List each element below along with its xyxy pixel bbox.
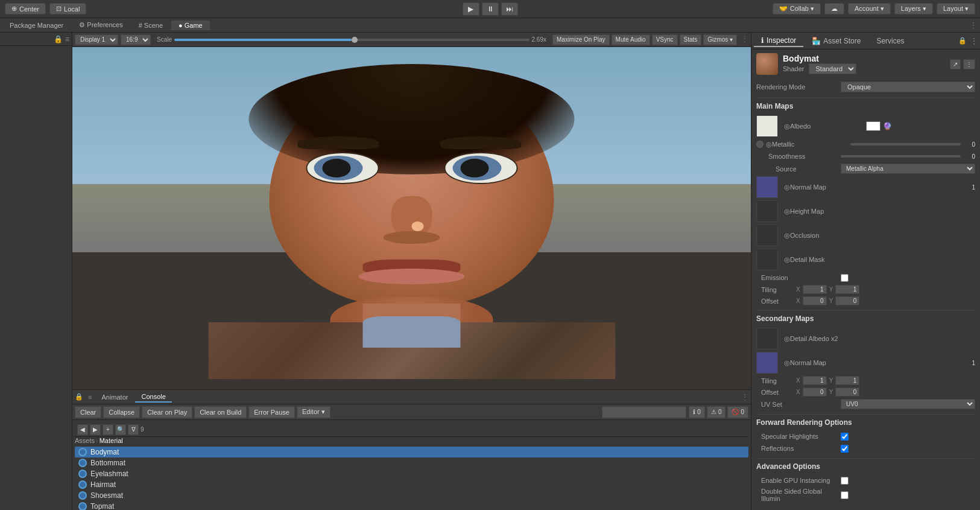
maximize-on-play-button[interactable]: Maximize On Play	[552, 34, 610, 45]
inspector-more-icon[interactable]: ⋮	[970, 37, 978, 45]
albedo-texture-slot[interactable]	[756, 115, 778, 137]
assets-create-button[interactable]: +	[103, 424, 113, 435]
sec-offset-x-field[interactable]	[803, 387, 827, 397]
tab-game[interactable]: ● Game	[171, 21, 210, 30]
asset-item-shoesmat[interactable]: Shoesmat	[75, 490, 748, 501]
clear-on-play-button[interactable]: Clear on Play	[142, 406, 192, 418]
main-layout: 🔒 ≡ Display 1 16:9 Scale 2.69x Maximize	[0, 33, 980, 510]
inspector-header-more[interactable]: ⋮	[963, 59, 975, 69]
info-count-button[interactable]: ℹ 0	[689, 406, 705, 418]
console-more-icon[interactable]: ⋮	[741, 393, 748, 401]
cloud-button[interactable]: ☁	[824, 3, 844, 14]
sec-tiling-y-field[interactable]	[835, 376, 859, 385]
console-search-input[interactable]	[602, 406, 686, 418]
albedo-color-swatch[interactable]	[866, 121, 880, 131]
inspector-lock-icon[interactable]: 🔒	[958, 37, 967, 45]
tab-animator[interactable]: Animator	[95, 392, 134, 402]
tab-package-manager[interactable]: Package Manager	[2, 21, 71, 30]
tiling-x-field[interactable]	[803, 285, 827, 294]
error-pause-button[interactable]: Error Pause	[248, 406, 295, 418]
detail-albedo-slot[interactable]	[756, 328, 778, 349]
display-select[interactable]: Display 1	[75, 34, 118, 45]
normal-map-slot[interactable]	[756, 176, 778, 198]
secondary-normal-slot[interactable]	[756, 352, 778, 374]
secondary-offset-label: Offset	[756, 389, 792, 396]
clear-on-build-button[interactable]: Clear on Build	[194, 406, 247, 418]
asset-item-hairmat[interactable]: Hairmat	[75, 479, 748, 490]
account-button[interactable]: Account ▾	[848, 3, 891, 14]
tab-preferences[interactable]: ⚙ Preferences	[72, 20, 130, 30]
detail-mask-slot[interactable]	[756, 249, 778, 270]
sidebar-menu-icon[interactable]: ≡	[65, 35, 69, 43]
local-button[interactable]: ⊡ Local	[49, 3, 86, 14]
center-button[interactable]: ⊕ Center	[5, 3, 46, 14]
asset-item-topmat[interactable]: Topmat	[75, 501, 748, 510]
asset-item-bottommat[interactable]: Bottommat	[75, 457, 748, 468]
smoothness-value: 0	[963, 153, 975, 160]
sec-tiling-x-field[interactable]	[803, 376, 827, 385]
tiling-y-field[interactable]	[835, 285, 859, 294]
breadcrumb-current: Material	[100, 437, 123, 444]
game-toolbar-more[interactable]: ⋮	[741, 34, 748, 45]
metallic-slider-track[interactable]	[850, 143, 961, 145]
smoothness-slider-track[interactable]	[841, 155, 961, 158]
breadcrumb-root[interactable]: Assets	[75, 437, 95, 444]
double-sided-checkbox[interactable]	[841, 491, 849, 499]
occlusion-slot[interactable]	[756, 225, 778, 246]
open-button[interactable]: ↗	[950, 59, 961, 69]
sidebar-lock-icon[interactable]: 🔒	[54, 35, 63, 43]
layout-button[interactable]: Layout ▾	[937, 3, 975, 14]
tab-asset-store[interactable]: 🏪 Asset Store	[805, 36, 868, 46]
pause-icon: ⏸	[487, 5, 494, 13]
sec-offset-y-field[interactable]	[835, 387, 859, 397]
offset-x-label: X	[796, 298, 800, 304]
gpu-instancing-checkbox[interactable]	[841, 477, 849, 485]
play-button[interactable]: ▶	[463, 2, 479, 16]
vsync-button[interactable]: VSync	[652, 34, 678, 45]
offset-x-field[interactable]	[803, 296, 827, 305]
mute-audio-button[interactable]: Mute Audio	[612, 34, 650, 45]
collapse-button[interactable]: Collapse	[103, 406, 140, 418]
height-map-slot[interactable]	[756, 200, 778, 222]
clear-button[interactable]: Clear	[75, 406, 101, 418]
tab-scene[interactable]: # Scene	[131, 21, 170, 30]
nav-forward-button[interactable]: ▶	[90, 424, 101, 435]
reflections-checkbox[interactable]	[841, 445, 849, 453]
editor-select-button[interactable]: Editor ▾	[297, 406, 330, 418]
rendering-mode-select[interactable]: Opaque	[841, 81, 975, 92]
metallic-dot[interactable]	[756, 141, 763, 148]
rendering-mode-row: Rendering Mode Opaque	[756, 80, 975, 94]
console-settings-icon[interactable]: ≡	[88, 394, 92, 401]
main-maps-title: Main Maps	[756, 102, 975, 110]
nav-back-button[interactable]: ◀	[77, 424, 88, 435]
assets-search-button[interactable]: 🔍	[115, 424, 126, 435]
local-icon: ⊡	[56, 5, 62, 13]
tab-services[interactable]: Services	[869, 36, 911, 46]
emission-checkbox[interactable]	[841, 274, 849, 282]
error-count-button[interactable]: 🚫 0	[727, 406, 748, 418]
scale-slider[interactable]	[174, 39, 530, 41]
pause-button[interactable]: ⏸	[482, 2, 499, 16]
step-button[interactable]: ⏭	[501, 2, 518, 16]
scale-label: Scale	[157, 36, 172, 43]
assets-filter-button[interactable]: ∇	[128, 424, 139, 435]
collab-button[interactable]: 🤝 Collab ▾	[773, 3, 821, 14]
albedo-eyedropper[interactable]: 🔮	[883, 122, 892, 130]
specular-checkbox[interactable]	[841, 433, 849, 441]
layers-button[interactable]: Layers ▾	[894, 3, 933, 14]
asset-item-bodymat[interactable]: Bodymat	[75, 447, 748, 457]
stats-button[interactable]: Stats	[680, 34, 702, 45]
tab-console[interactable]: Console	[135, 392, 171, 403]
offset-y-field[interactable]	[835, 296, 859, 305]
game-canvas	[72, 47, 751, 389]
gizmos-button[interactable]: Gizmos ▾	[703, 34, 737, 45]
asset-item-eyelashmat[interactable]: Eyelashmat	[75, 468, 748, 479]
uv-set-select[interactable]: UV0	[841, 399, 975, 409]
tab-inspector[interactable]: ℹ Inspector	[754, 35, 803, 47]
warn-count-button[interactable]: ⚠ 0	[707, 406, 726, 418]
shader-select[interactable]: Standard	[809, 63, 856, 74]
console-lock-icon[interactable]: 🔒	[75, 393, 83, 401]
tab-more-icon[interactable]: ⋮	[969, 21, 978, 30]
source-select[interactable]: Metallic Alpha	[841, 164, 975, 174]
aspect-select[interactable]: 16:9	[121, 34, 151, 45]
